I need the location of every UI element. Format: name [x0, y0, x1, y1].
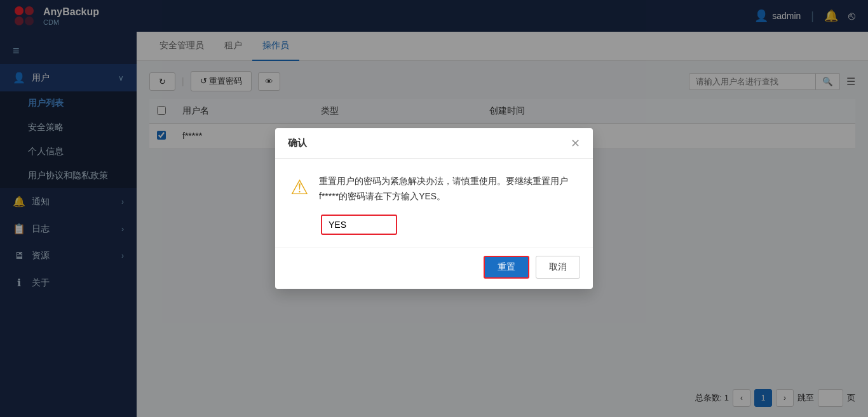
dialog-header: 确认 ✕	[275, 128, 593, 159]
dialog-message: 重置用户的密码为紧急解决办法，请慎重使用。要继续重置用户 f*****的密码请在…	[319, 174, 568, 204]
dialog-footer: 重置 取消	[275, 248, 593, 289]
cancel-button[interactable]: 取消	[536, 256, 580, 279]
reset-confirm-button[interactable]: 重置	[484, 256, 529, 279]
dialog-overlay: 确认 ✕ ⚠ 重置用户的密码为紧急解决办法，请慎重使用。要继续重置用户 f***…	[0, 0, 868, 417]
confirm-yes-input[interactable]	[321, 215, 397, 235]
dialog-input-area	[275, 215, 593, 248]
dialog-close-button[interactable]: ✕	[571, 138, 580, 149]
confirm-dialog: 确认 ✕ ⚠ 重置用户的密码为紧急解决办法，请慎重使用。要继续重置用户 f***…	[275, 128, 593, 289]
warning-icon: ⚠	[290, 175, 309, 204]
dialog-body: ⚠ 重置用户的密码为紧急解决办法，请慎重使用。要继续重置用户 f*****的密码…	[275, 159, 593, 215]
dialog-message-line1: 重置用户的密码为紧急解决办法，请慎重使用。要继续重置用户	[319, 176, 568, 186]
dialog-title: 确认	[288, 137, 307, 149]
dialog-message-line2: f*****的密码请在下方输入YES。	[319, 191, 445, 201]
